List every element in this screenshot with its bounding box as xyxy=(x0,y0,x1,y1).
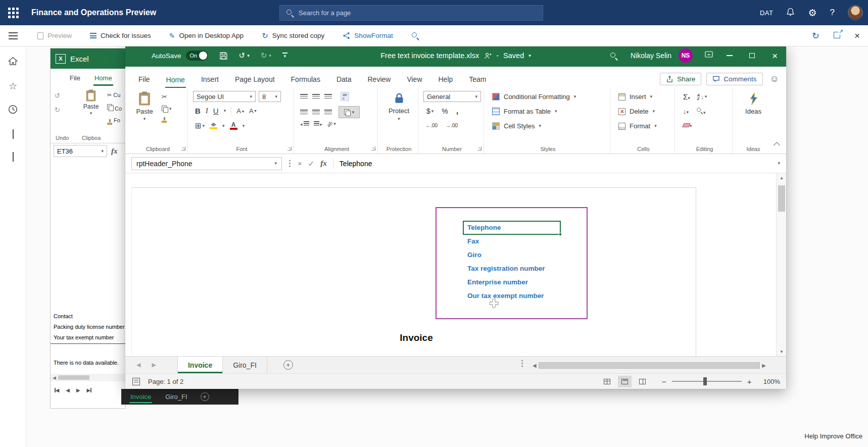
cell-our-tax-exempt-number[interactable]: Our tax exempt number xyxy=(467,292,544,300)
paste-button[interactable]: Paste ▾ xyxy=(80,89,102,116)
align-middle-button[interactable] xyxy=(312,94,320,100)
autosum-button[interactable]: Σ▾ xyxy=(683,92,690,101)
bold-button[interactable]: B xyxy=(195,107,201,115)
redo-button[interactable]: ↻▾ xyxy=(261,51,271,60)
underline-button[interactable]: U xyxy=(213,107,219,115)
borders-button[interactable]: ⊞▾ xyxy=(195,121,205,130)
tab-help[interactable]: Help xyxy=(438,71,454,88)
font-name-select[interactable]: Segoe UI▾ xyxy=(193,91,256,102)
tab-review[interactable]: Review xyxy=(367,71,392,88)
format-painter-button[interactable]: Fo xyxy=(107,117,122,125)
new-sheet-button[interactable]: + xyxy=(283,360,293,370)
align-right-button[interactable] xyxy=(324,110,332,115)
cell-tax-registration-number[interactable]: Tax registration number xyxy=(467,265,545,272)
scroll-up-icon[interactable]: ▲ xyxy=(777,173,786,182)
cell-invoice-title[interactable]: Invoice xyxy=(366,332,467,343)
collapse-ribbon-icon[interactable] xyxy=(774,142,780,148)
dialog-launcher-icon[interactable] xyxy=(371,146,375,151)
tabbar-overflow-icon[interactable] xyxy=(521,363,523,364)
sync-stored-copy-button[interactable]: ↻Sync stored copy xyxy=(262,31,324,40)
number-format-select[interactable]: General▾ xyxy=(423,91,481,102)
sort-filter-button[interactable]: AZ↓▾ xyxy=(697,93,707,101)
italic-button[interactable]: I xyxy=(206,107,208,115)
comma-style-button[interactable]: , xyxy=(456,107,458,116)
help-icon[interactable]: ? xyxy=(830,8,835,18)
dialog-launcher-icon[interactable] xyxy=(477,146,481,151)
name-box[interactable]: ET36▾ xyxy=(54,145,107,157)
tab-insert[interactable]: Insert xyxy=(200,71,220,88)
dialog-launcher-icon[interactable] xyxy=(181,146,185,151)
tab-team[interactable]: Team xyxy=(468,71,487,88)
home-button[interactable] xyxy=(8,57,18,68)
increase-decimal-button[interactable]: ←.00 xyxy=(425,122,438,128)
show-format-button[interactable]: ShowFormat xyxy=(343,32,393,39)
format-cells-button[interactable]: Format ▾ xyxy=(618,122,657,130)
zoom-slider-handle[interactable] xyxy=(703,377,707,385)
cell-giro[interactable]: Giro xyxy=(467,251,481,259)
background-horizontal-scrollbar[interactable]: ◀ xyxy=(51,374,125,381)
previous-sheet-button[interactable]: ◀ xyxy=(136,362,140,368)
ribbon-display-options-button[interactable] xyxy=(705,51,713,60)
accounting-format-button[interactable]: $▾ xyxy=(426,107,433,115)
sheet-tab-invoice[interactable]: Invoice xyxy=(129,390,152,403)
expand-formula-bar-icon[interactable]: ▾ xyxy=(778,161,780,166)
share-button[interactable]: Share xyxy=(660,73,701,85)
page-break-view-button[interactable] xyxy=(636,376,649,387)
format-as-table-button[interactable]: Format as Table ▾ xyxy=(492,108,557,115)
save-status[interactable]: Saved xyxy=(503,52,524,60)
tab-page-layout[interactable]: Page Layout xyxy=(234,71,276,88)
decrease-font-size-button[interactable]: A▾ xyxy=(249,107,257,115)
fill-color-button[interactable] xyxy=(210,123,217,129)
autosave-toggle[interactable]: On xyxy=(186,51,208,61)
increase-font-size-button[interactable]: A▴ xyxy=(236,107,244,115)
vertical-scrollbar[interactable]: ▲ ▼ xyxy=(776,173,786,356)
check-for-issues-button[interactable]: Check for issues xyxy=(90,32,151,39)
dialog-launcher-icon[interactable] xyxy=(287,146,292,151)
normal-view-button[interactable] xyxy=(600,376,614,387)
account-name[interactable]: Nikolay Selin xyxy=(631,52,671,60)
app-launcher-button[interactable] xyxy=(0,0,26,25)
document-title[interactable]: Free text invoice template.xlsx xyxy=(380,52,479,60)
cut-button[interactable]: ✂ xyxy=(162,93,172,101)
nav-menu-button[interactable] xyxy=(0,35,26,36)
scroll-down-icon[interactable]: ▼ xyxy=(777,347,786,356)
protect-button[interactable]: Protect ▾ xyxy=(380,92,418,121)
tab-data[interactable]: Data xyxy=(335,71,353,88)
align-top-button[interactable] xyxy=(300,94,308,100)
fill-button[interactable]: ↓▾ xyxy=(683,108,689,115)
undo-button[interactable]: ↺▾ xyxy=(239,51,250,60)
paste-button[interactable]: Paste ▾ xyxy=(132,91,157,121)
cell-telephone[interactable]: Telephone xyxy=(467,224,501,231)
open-in-desktop-app-button[interactable]: ✎Open in Desktop App xyxy=(169,32,244,40)
scrollbar-thumb[interactable] xyxy=(539,362,760,369)
format-painter-button[interactable] xyxy=(162,117,172,123)
formula-input[interactable]: Telephone xyxy=(340,160,772,168)
save-button[interactable] xyxy=(219,52,228,60)
merge-center-button[interactable]: ▾ xyxy=(339,106,360,118)
page-layout-view-button[interactable] xyxy=(618,376,632,387)
scroll-left-icon[interactable]: ◀ xyxy=(533,363,537,368)
settings-gear-icon[interactable]: ⚙ xyxy=(808,7,816,19)
tab-file[interactable]: File xyxy=(69,71,81,86)
zoom-in-button[interactable]: + xyxy=(747,377,752,386)
decrease-indent-button[interactable]: ◂ xyxy=(300,121,309,127)
redo-icon[interactable]: ↻ xyxy=(55,106,60,114)
open-in-new-window-button[interactable] xyxy=(834,31,840,40)
copy-button[interactable]: ▾ xyxy=(162,106,172,112)
ideas-button[interactable]: Ideas xyxy=(735,92,772,115)
favorites-button[interactable]: ☆ xyxy=(9,81,17,91)
command-search-button[interactable] xyxy=(411,32,419,39)
minimize-button[interactable] xyxy=(718,44,741,67)
insert-cells-button[interactable]: Insert ▾ xyxy=(618,93,652,101)
clear-button[interactable]: ▾ xyxy=(683,121,692,129)
fill-handle[interactable] xyxy=(559,233,562,236)
wrap-text-button[interactable]: abc xyxy=(341,92,349,101)
first-sheet-button[interactable]: ◀ xyxy=(55,387,59,393)
search-icon[interactable] xyxy=(610,52,617,60)
name-box[interactable]: rptHeader_Phone▾ xyxy=(131,157,282,170)
next-sheet-button[interactable]: ▶ xyxy=(152,362,156,368)
help-improve-office-link[interactable]: Help Improve Office xyxy=(804,432,862,440)
cell-fax[interactable]: Fax xyxy=(467,237,479,245)
delete-cells-button[interactable]: Delete ▾ xyxy=(618,108,655,115)
scrollbar-thumb[interactable] xyxy=(778,185,785,212)
